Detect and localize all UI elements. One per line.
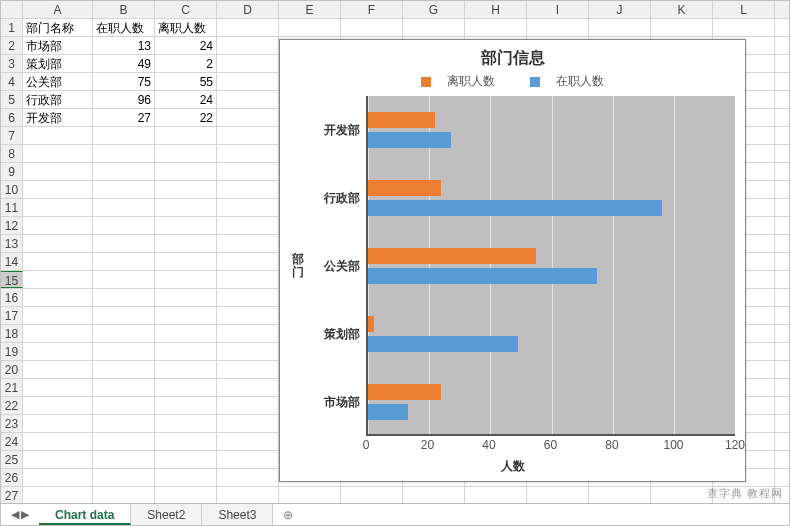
cell-C6[interactable]: 22: [155, 109, 217, 126]
cell-B24[interactable]: [93, 433, 155, 450]
cell-D4[interactable]: [217, 73, 279, 90]
cell-A8[interactable]: [23, 145, 93, 162]
cell-D22[interactable]: [217, 397, 279, 414]
select-all-corner[interactable]: [1, 1, 23, 18]
cell-C25[interactable]: [155, 451, 217, 468]
col-header-C[interactable]: C: [155, 1, 217, 18]
cell-G1[interactable]: [403, 19, 465, 36]
cell-C10[interactable]: [155, 181, 217, 198]
cell-B26[interactable]: [93, 469, 155, 486]
sheet-tab-Sheet3[interactable]: Sheet3: [202, 504, 273, 525]
cell-D23[interactable]: [217, 415, 279, 432]
cell-A16[interactable]: [23, 289, 93, 306]
col-header-A[interactable]: A: [23, 1, 93, 18]
cell-A20[interactable]: [23, 361, 93, 378]
cell-B13[interactable]: [93, 235, 155, 252]
cell-A14[interactable]: [23, 253, 93, 270]
cell-B9[interactable]: [93, 163, 155, 180]
row-header-23[interactable]: 23: [1, 415, 23, 432]
row-header-16[interactable]: 16: [1, 289, 23, 306]
cell-B11[interactable]: [93, 199, 155, 216]
row-header-10[interactable]: 10: [1, 181, 23, 198]
cell-D8[interactable]: [217, 145, 279, 162]
cell-B22[interactable]: [93, 397, 155, 414]
cell-A18[interactable]: [23, 325, 93, 342]
cell-A10[interactable]: [23, 181, 93, 198]
row-header-3[interactable]: 3: [1, 55, 23, 72]
cell-C17[interactable]: [155, 307, 217, 324]
cell-C19[interactable]: [155, 343, 217, 360]
cell-B6[interactable]: 27: [93, 109, 155, 126]
cell-B20[interactable]: [93, 361, 155, 378]
cell-D26[interactable]: [217, 469, 279, 486]
cell-B3[interactable]: 49: [93, 55, 155, 72]
cell-G27[interactable]: [403, 487, 465, 504]
cell-B25[interactable]: [93, 451, 155, 468]
row-header-14[interactable]: 14: [1, 253, 23, 270]
cell-B15[interactable]: [93, 271, 155, 288]
cell-D5[interactable]: [217, 91, 279, 108]
cell-D9[interactable]: [217, 163, 279, 180]
col-header-L[interactable]: L: [713, 1, 775, 18]
cell-D21[interactable]: [217, 379, 279, 396]
cell-K27[interactable]: [651, 487, 713, 504]
row-header-25[interactable]: 25: [1, 451, 23, 468]
cell-C22[interactable]: [155, 397, 217, 414]
cell-C27[interactable]: [155, 487, 217, 504]
tab-prev-icon[interactable]: ◀: [11, 508, 19, 521]
row-header-18[interactable]: 18: [1, 325, 23, 342]
cell-C4[interactable]: 55: [155, 73, 217, 90]
cell-A12[interactable]: [23, 217, 93, 234]
cell-D3[interactable]: [217, 55, 279, 72]
cell-B10[interactable]: [93, 181, 155, 198]
cell-D25[interactable]: [217, 451, 279, 468]
cell-H27[interactable]: [465, 487, 527, 504]
row-header-4[interactable]: 4: [1, 73, 23, 90]
row-header-20[interactable]: 20: [1, 361, 23, 378]
row-header-27[interactable]: 27: [1, 487, 23, 504]
cell-A15[interactable]: [23, 271, 93, 288]
cell-B23[interactable]: [93, 415, 155, 432]
cell-B27[interactable]: [93, 487, 155, 504]
cell-D12[interactable]: [217, 217, 279, 234]
cell-C12[interactable]: [155, 217, 217, 234]
cell-D6[interactable]: [217, 109, 279, 126]
cell-C3[interactable]: 2: [155, 55, 217, 72]
cell-B2[interactable]: 13: [93, 37, 155, 54]
cell-H1[interactable]: [465, 19, 527, 36]
cell-A4[interactable]: 公关部: [23, 73, 93, 90]
cell-A19[interactable]: [23, 343, 93, 360]
cell-B14[interactable]: [93, 253, 155, 270]
cell-B16[interactable]: [93, 289, 155, 306]
cell-I27[interactable]: [527, 487, 589, 504]
row-header-21[interactable]: 21: [1, 379, 23, 396]
sheet-tab-Sheet2[interactable]: Sheet2: [131, 504, 202, 525]
cell-C14[interactable]: [155, 253, 217, 270]
cell-A22[interactable]: [23, 397, 93, 414]
cell-A5[interactable]: 行政部: [23, 91, 93, 108]
cell-D14[interactable]: [217, 253, 279, 270]
add-sheet-icon[interactable]: ⊕: [273, 504, 303, 525]
cell-J1[interactable]: [589, 19, 651, 36]
cell-C13[interactable]: [155, 235, 217, 252]
col-header-J[interactable]: J: [589, 1, 651, 18]
cell-C15[interactable]: [155, 271, 217, 288]
col-header-E[interactable]: E: [279, 1, 341, 18]
cell-A2[interactable]: 市场部: [23, 37, 93, 54]
cell-A6[interactable]: 开发部: [23, 109, 93, 126]
row-header-15[interactable]: 15: [1, 271, 23, 288]
cell-D27[interactable]: [217, 487, 279, 504]
cell-A3[interactable]: 策划部: [23, 55, 93, 72]
cell-D24[interactable]: [217, 433, 279, 450]
cell-B1[interactable]: 在职人数: [93, 19, 155, 36]
cell-B18[interactable]: [93, 325, 155, 342]
cell-F1[interactable]: [341, 19, 403, 36]
cell-B12[interactable]: [93, 217, 155, 234]
cell-A11[interactable]: [23, 199, 93, 216]
cell-D20[interactable]: [217, 361, 279, 378]
cell-D7[interactable]: [217, 127, 279, 144]
sheet-tab-Chart-data[interactable]: Chart data: [39, 504, 131, 525]
row-header-1[interactable]: 1: [1, 19, 23, 36]
cell-B4[interactable]: 75: [93, 73, 155, 90]
row-header-11[interactable]: 11: [1, 199, 23, 216]
